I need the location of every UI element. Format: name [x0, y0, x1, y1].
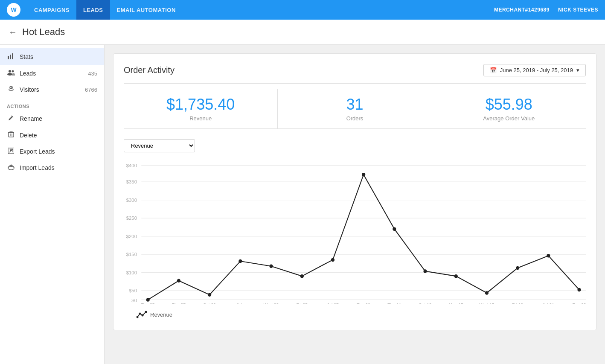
visitors-count: 6766: [85, 87, 97, 93]
svg-point-4: [12, 70, 14, 73]
layout: Stats Leads 435 Visitors 6766 Actions Re…: [0, 45, 605, 364]
svg-text:$0: $0: [131, 298, 137, 303]
calendar-icon: 📅: [490, 67, 497, 73]
right-info: MERCHANT#1429689 NICK STEEVES: [494, 7, 598, 13]
sidebar-item-delete[interactable]: Delete: [0, 127, 104, 143]
export-icon: [7, 148, 15, 155]
svg-text:Fri 05: Fri 05: [297, 303, 308, 304]
svg-point-8: [9, 89, 13, 90]
card-header: Order Activity 📅 June 25, 2019 - July 25…: [124, 64, 586, 76]
stat-avg-order: $55.98 Average Order Value: [432, 89, 586, 128]
import-icon: [7, 164, 15, 172]
svg-text:July: July: [236, 303, 244, 304]
logo: W: [7, 3, 20, 17]
svg-point-48: [516, 266, 519, 270]
svg-text:Tue 09: Tue 09: [357, 303, 370, 304]
header-divider: [124, 83, 586, 84]
stats-icon: [7, 52, 15, 61]
svg-point-7: [11, 87, 12, 88]
sidebar-item-leads-label: Leads: [20, 70, 84, 77]
chart-controls: Revenue Orders Average Order Value: [124, 139, 586, 152]
svg-text:Jul 21: Jul 21: [543, 303, 555, 304]
rename-icon: [7, 115, 15, 122]
sidebar-item-stats[interactable]: Stats: [0, 48, 104, 65]
sidebar-item-import-leads[interactable]: Import Leads: [0, 160, 104, 176]
user-name: NICK STEEVES: [558, 7, 598, 13]
svg-point-45: [423, 269, 427, 273]
nav-campaigns[interactable]: CAMPAIGNS: [27, 0, 76, 20]
stat-orders: 31 Orders: [278, 89, 432, 128]
dropdown-arrow-icon: ▾: [576, 67, 579, 73]
svg-text:$50: $50: [129, 288, 137, 293]
svg-text:Sat 13: Sat 13: [419, 303, 432, 304]
sidebar-item-visitors[interactable]: Visitors 6766: [0, 82, 104, 98]
nav-email-automation[interactable]: EMAIL AUTOMATION: [110, 0, 183, 20]
import-leads-label: Import Leads: [20, 164, 97, 171]
svg-point-42: [331, 258, 334, 262]
svg-text:$200: $200: [126, 234, 137, 239]
svg-point-41: [300, 274, 304, 278]
sidebar-item-stats-label: Stats: [20, 53, 97, 60]
sidebar: Stats Leads 435 Visitors 6766 Actions Re…: [0, 45, 105, 364]
svg-text:$400: $400: [126, 163, 137, 168]
stat-revenue: $1,735.40 Revenue: [124, 89, 278, 128]
stats-row: $1,735.40 Revenue 31 Orders $55.98 Avera…: [124, 89, 586, 129]
svg-point-47: [485, 291, 489, 295]
back-button[interactable]: ←: [9, 27, 17, 37]
svg-point-49: [547, 254, 550, 258]
main-content: Order Activity 📅 June 25, 2019 - July 25…: [105, 45, 605, 364]
page-header: ← Hot Leads: [0, 20, 605, 45]
rename-label: Rename: [20, 115, 97, 122]
svg-text:Wed 03: Wed 03: [264, 303, 279, 304]
svg-text:$300: $300: [126, 198, 137, 203]
svg-text:Sat 29: Sat 29: [203, 303, 216, 304]
chart-legend: Revenue: [124, 309, 586, 320]
chart-metric-dropdown[interactable]: Revenue Orders Average Order Value: [124, 139, 195, 152]
order-activity-card: Order Activity 📅 June 25, 2019 - July 25…: [113, 53, 596, 330]
top-nav: W CAMPAIGNS LEADS EMAIL AUTOMATION MERCH…: [0, 0, 605, 20]
page-title: Hot Leads: [22, 26, 65, 38]
svg-text:Thu 11: Thu 11: [387, 303, 401, 304]
svg-rect-0: [8, 56, 9, 59]
svg-rect-2: [12, 53, 13, 59]
visitors-icon: [7, 86, 15, 93]
svg-point-43: [362, 173, 365, 177]
svg-point-39: [239, 259, 242, 263]
revenue-label: Revenue: [134, 115, 267, 122]
delete-icon: [7, 131, 15, 139]
svg-point-37: [177, 279, 180, 283]
svg-rect-10: [9, 132, 14, 137]
avg-order-label: Average Order Value: [442, 115, 576, 122]
legend-icon: [137, 309, 147, 320]
orders-value: 31: [288, 96, 421, 114]
sidebar-item-rename[interactable]: Rename: [0, 111, 104, 127]
export-leads-label: Export Leads: [20, 148, 97, 155]
svg-point-5: [7, 73, 12, 76]
svg-point-3: [9, 70, 11, 73]
svg-point-50: [577, 288, 581, 292]
date-range-button[interactable]: 📅 June 25, 2019 - July 25, 2019 ▾: [483, 64, 586, 76]
sidebar-item-export-leads[interactable]: Export Leads: [0, 143, 104, 160]
svg-point-36: [146, 298, 150, 302]
svg-text:$350: $350: [126, 179, 137, 184]
svg-text:Mon 15: Mon 15: [449, 303, 464, 304]
svg-text:Wed 17: Wed 17: [479, 303, 494, 304]
delete-label: Delete: [20, 132, 97, 139]
svg-point-46: [454, 274, 458, 278]
leads-icon: [7, 70, 15, 77]
sidebar-item-leads[interactable]: Leads 435: [0, 65, 104, 82]
svg-rect-12: [10, 131, 12, 132]
card-title: Order Activity: [124, 65, 175, 75]
nav-leads[interactable]: LEADS: [76, 0, 110, 20]
svg-text:Tue 25: Tue 25: [141, 303, 155, 304]
svg-text:Tue 23: Tue 23: [573, 303, 586, 304]
svg-text:$100: $100: [126, 270, 137, 275]
actions-section-label: Actions: [0, 98, 104, 111]
svg-text:$250: $250: [126, 215, 137, 221]
legend-label: Revenue: [150, 312, 172, 318]
chart-area: $400 $350 $300 $250 $200 $150 $100 $50: [124, 159, 586, 306]
svg-point-40: [269, 265, 273, 268]
svg-text:Thu 27: Thu 27: [172, 303, 186, 304]
avg-order-value: $55.98: [442, 96, 576, 114]
svg-point-38: [208, 293, 211, 297]
